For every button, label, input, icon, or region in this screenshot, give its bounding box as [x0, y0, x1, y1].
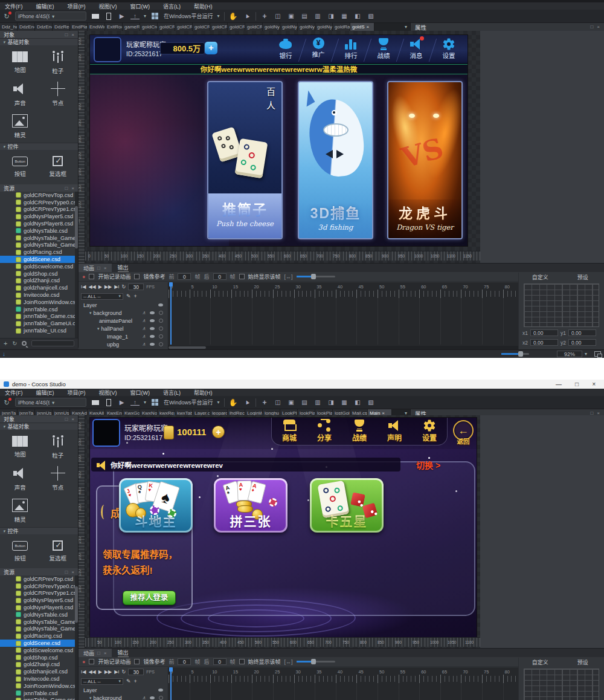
- float-panel-icon[interactable]: □: [97, 650, 100, 656]
- palette-item-button[interactable]: Button按钮: [1, 539, 39, 562]
- tab-close-icon[interactable]: ×: [366, 23, 369, 31]
- scrollbar[interactable]: [75, 575, 78, 700]
- select-tool-icon[interactable]: ►: [240, 10, 252, 22]
- file-tab[interactable]: goldCR: [245, 23, 263, 31]
- resource-item[interactable]: goldZhanji.csd: [0, 277, 75, 285]
- file-tab[interactable]: DdzRec: [53, 23, 70, 31]
- curve-grid[interactable]: [524, 284, 599, 327]
- run-target-label[interactable]: 在Windows平台运行: [164, 398, 213, 406]
- device-select[interactable]: iPhone 4/4S(960 * 640)▾: [15, 11, 86, 21]
- toolbar-icon[interactable]: ▤: [300, 11, 309, 21]
- tab-animation[interactable]: 动画 □×: [79, 264, 112, 272]
- file-tab[interactable]: goldNy: [263, 23, 280, 31]
- file-tab[interactable]: goldRa: [333, 23, 350, 31]
- play-icon[interactable]: ▶: [117, 398, 126, 407]
- resource-item[interactable]: goldNysPlayer5.csd: [0, 597, 75, 604]
- scale-display-icon[interactable]: [594, 351, 601, 357]
- move-tool-icon[interactable]: +: [260, 11, 269, 21]
- visibility-icon[interactable]: [150, 327, 155, 330]
- solo-icon[interactable]: [159, 311, 163, 315]
- close-icon[interactable]: ×: [71, 569, 74, 575]
- lock-toggle-icon[interactable]: ∧: [142, 318, 146, 323]
- loop-button[interactable]: ↻: [122, 669, 126, 675]
- float-panel-icon[interactable]: □: [590, 24, 593, 30]
- resource-item[interactable]: jxnnTable_UI.csd: [0, 327, 75, 334]
- resource-item[interactable]: goldRacing.csd: [0, 248, 75, 256]
- lock-toggle-icon[interactable]: ∧: [142, 310, 146, 316]
- resource-search-input[interactable]: [31, 340, 74, 346]
- resource-item[interactable]: goldNysTable.csd: [0, 611, 75, 618]
- palette-item-audio[interactable]: 声音: [1, 467, 39, 491]
- game-nav-设置[interactable]: 设置: [412, 418, 447, 445]
- record-icon[interactable]: ●: [82, 659, 85, 665]
- toolbar-icon[interactable]: ◨: [327, 398, 336, 407]
- playhead-marker[interactable]: [169, 282, 173, 287]
- loop-button[interactable]: ↻: [122, 284, 126, 290]
- design-canvas[interactable]: 600550500450400350300250200150100500 玩家昵…: [79, 31, 480, 263]
- timeline-area[interactable]: 05101520253035404550556065707580: [168, 667, 518, 700]
- timeline-zoom-slider[interactable]: [297, 661, 335, 663]
- add-resource-button[interactable]: +: [4, 340, 7, 347]
- game-nav-银行[interactable]: 银行: [269, 36, 302, 60]
- toolbar-icon[interactable]: ◨: [327, 11, 336, 21]
- file-tab[interactable]: goldCre: [140, 23, 158, 31]
- close-icon[interactable]: ×: [104, 650, 107, 656]
- resource-item[interactable]: goldShop.csd: [0, 654, 75, 661]
- close-button[interactable]: ×: [592, 381, 596, 387]
- game-nav-排行[interactable]: 排行: [335, 36, 367, 60]
- mirror-checkbox[interactable]: [134, 274, 140, 279]
- layer-row-upbg[interactable]: upbg∧: [79, 340, 168, 348]
- toolbar-icon[interactable]: ▧: [367, 11, 376, 21]
- menu-item-5[interactable]: 窗口(W): [130, 2, 150, 10]
- section-header[interactable]: ▾控件: [0, 527, 78, 534]
- game-nav-商城[interactable]: 商城: [272, 418, 307, 445]
- resource-item[interactable]: goldCRPrevTop.csd: [0, 575, 75, 583]
- solo-icon[interactable]: [159, 319, 163, 323]
- file-tab[interactable]: goldNy: [298, 23, 315, 31]
- resource-item[interactable]: goldNysTable_GameUi.cs: [0, 242, 75, 249]
- file-tab[interactable]: ExitRoo: [105, 23, 123, 31]
- resource-item[interactable]: goldCRPrevTop.csd: [0, 192, 75, 199]
- game-preview[interactable]: 玩家昵称玩家 ID:25321617 800.5万 + 银行¥推广排行战绩消息设…: [89, 34, 468, 247]
- resource-item[interactable]: goldShop.csd: [0, 270, 75, 277]
- tab-output[interactable]: 输出: [113, 264, 133, 272]
- toolbar-icon[interactable]: ▤: [300, 398, 309, 407]
- file-tab[interactable]: goldCR: [228, 23, 245, 31]
- resource-item[interactable]: goldNysTable_GameUi.cs: [0, 626, 75, 633]
- palette-item-particle[interactable]: 粒子: [39, 50, 77, 75]
- status-download-icon[interactable]: ↓: [2, 351, 5, 357]
- palette-item-node[interactable]: 节点: [39, 82, 77, 107]
- palette-item-checkbox[interactable]: 复选框: [39, 155, 77, 178]
- resource-item[interactable]: jxnnTable_GameUi.csd: [0, 320, 75, 327]
- cocos-refresh-icon[interactable]: ↻: [2, 398, 11, 407]
- layer-row-hallPanel[interactable]: ▾hallPanel∧: [79, 325, 168, 332]
- palette-item-particle[interactable]: 粒子: [39, 435, 77, 459]
- toolbar-icon[interactable]: ▧: [367, 398, 376, 407]
- game-preview[interactable]: 玩家昵称玩家 ID:25321617 100111 + 商城分享战绩声明设置 ←…: [89, 417, 477, 638]
- file-tab[interactable]: goldCR: [175, 23, 193, 31]
- chevron-down-icon[interactable]: ▾: [217, 400, 220, 405]
- file-tab[interactable]: DdzEnd: [35, 23, 53, 31]
- record-checkbox[interactable]: [89, 659, 94, 664]
- add-animation-button[interactable]: +: [134, 678, 137, 684]
- resource-item[interactable]: JoinRoomWindow.csd: [0, 682, 75, 690]
- float-panel-icon[interactable]: □: [65, 32, 68, 37]
- game-card-kawuxing[interactable]: 卡五星: [310, 478, 384, 533]
- hand-tool-icon[interactable]: ✋: [229, 11, 238, 21]
- edit-icon[interactable]: ✎: [126, 293, 131, 299]
- toolbar-icon[interactable]: ◫: [274, 398, 283, 407]
- float-panel-icon[interactable]: □: [65, 416, 68, 422]
- menu-item-6[interactable]: 语言(L): [163, 389, 181, 397]
- resource-item[interactable]: goldScene.csd: [0, 256, 75, 263]
- menu-item-4[interactable]: 视图(V): [99, 389, 117, 397]
- lock-toggle-icon[interactable]: ∧: [142, 342, 146, 347]
- resource-item[interactable]: goldCRPrevType1.csd: [0, 590, 75, 597]
- move-tool-icon[interactable]: +: [260, 398, 269, 407]
- file-tab[interactable]: gameRu: [123, 23, 140, 31]
- game-nav-推广[interactable]: ¥推广: [302, 36, 335, 60]
- next-frame-button[interactable]: ▶▶: [104, 669, 112, 675]
- tab-preset-easing[interactable]: 预设: [562, 273, 604, 281]
- palette-item-map[interactable]: 地图: [1, 435, 39, 459]
- float-panel-icon[interactable]: □: [65, 569, 68, 575]
- menu-item-1[interactable]: 文件(F): [5, 389, 23, 397]
